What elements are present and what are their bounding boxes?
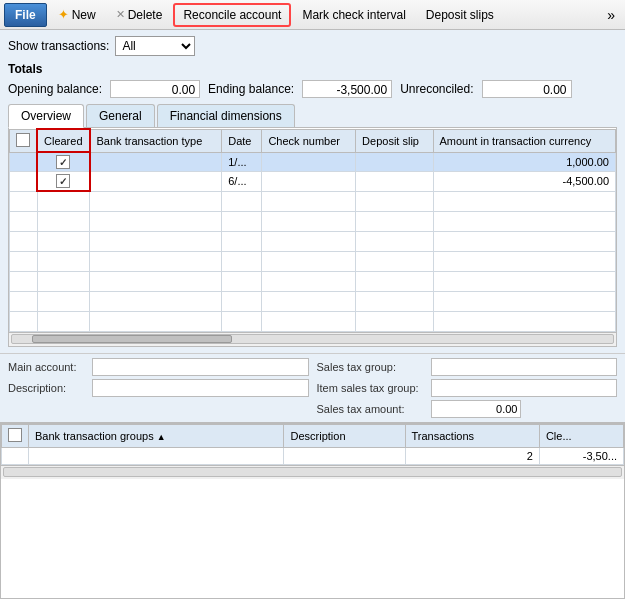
main-account-label: Main account: (8, 361, 88, 373)
bottom-bank-transaction-groups-header: Bank transaction groups ▲ (29, 424, 284, 447)
cleared-checkbox-2[interactable] (56, 174, 70, 188)
description-row: Description: (8, 379, 309, 397)
bottom-select-all-checkbox[interactable] (8, 428, 22, 442)
cleared-cell (37, 172, 90, 192)
check-number-cell (262, 172, 356, 192)
totals-title: Totals (8, 62, 617, 76)
table-row-empty (10, 191, 616, 211)
ending-balance-value: -3,500.00 (302, 80, 392, 98)
bottom-transactions-header: Transactions (405, 424, 539, 447)
cleared-checkbox-1[interactable] (56, 155, 70, 169)
tab-overview[interactable]: Overview (8, 104, 84, 128)
select-all-header (10, 129, 38, 152)
table-row[interactable]: 6/... -4,500.00 (10, 172, 616, 192)
date-cell: 1/... (222, 152, 262, 172)
bottom-table-section: Bank transaction groups ▲ Description Tr… (0, 423, 625, 600)
bottom-cleared-cell: -3,50... (539, 447, 623, 464)
deposit-slip-cell (356, 172, 433, 192)
ending-balance-label: Ending balance: (208, 82, 294, 96)
date-header: Date (222, 129, 262, 152)
cleared-cell (37, 152, 90, 172)
amount-header: Amount in transaction currency (433, 129, 616, 152)
amount-cell: 1,000.00 (433, 152, 616, 172)
delete-icon: ✕ (116, 8, 125, 21)
item-sales-tax-group-label: Item sales tax group: (317, 382, 427, 394)
row-selector (10, 152, 38, 172)
scrollbar-thumb (32, 335, 232, 343)
bottom-scrollbar-track (3, 467, 622, 477)
tab-general[interactable]: General (86, 104, 155, 127)
deposit-slip-header: Deposit slip (356, 129, 433, 152)
sales-tax-group-row: Sales tax group: (317, 358, 618, 376)
description-label: Description: (8, 382, 88, 394)
show-transactions-dropdown[interactable]: All (115, 36, 195, 56)
sales-tax-group-input[interactable] (431, 358, 618, 376)
select-all-checkbox[interactable] (16, 133, 30, 147)
table-row-empty (10, 231, 616, 251)
opening-balance-label: Opening balance: (8, 82, 102, 96)
totals-section: Totals Opening balance: 0.00 Ending bala… (8, 62, 617, 98)
item-sales-tax-group-row: Item sales tax group: (317, 379, 618, 397)
details-grid: Main account: Sales tax group: Descripti… (8, 358, 617, 418)
main-account-input[interactable] (92, 358, 309, 376)
reconcile-account-button[interactable]: Reconcile account (173, 3, 291, 27)
table-row-empty (10, 271, 616, 291)
main-account-row: Main account: (8, 358, 309, 376)
deposit-slips-button[interactable]: Deposit slips (417, 3, 503, 27)
mark-check-interval-button[interactable]: Mark check interval (293, 3, 414, 27)
main-table: Cleared Bank transaction type Date Check… (9, 128, 616, 332)
unreconciled-value: 0.00 (482, 80, 572, 98)
bottom-table: Bank transaction groups ▲ Description Tr… (1, 424, 624, 465)
table-row-empty (10, 291, 616, 311)
bottom-select-all-header (2, 424, 29, 447)
totals-row: Opening balance: 0.00 Ending balance: -3… (8, 80, 617, 98)
table-row-empty (10, 211, 616, 231)
table-row[interactable]: 1/... 1,000.00 (10, 152, 616, 172)
bottom-cleared-header: Cle... (539, 424, 623, 447)
bottom-transactions-cell: 2 (405, 447, 539, 464)
bottom-description-header: Description (284, 424, 405, 447)
amount-cell: -4,500.00 (433, 172, 616, 192)
row-selector (10, 172, 38, 192)
sales-tax-amount-label: Sales tax amount: (317, 403, 427, 415)
show-transactions-label: Show transactions: (8, 39, 109, 53)
description-input[interactable] (92, 379, 309, 397)
sales-tax-amount-row: Sales tax amount: (317, 400, 618, 418)
toolbar: File ✦ New ✕ Delete Reconcile account Ma… (0, 0, 625, 30)
main-table-wrapper: Cleared Bank transaction type Date Check… (8, 128, 617, 347)
bottom-description-cell (284, 447, 405, 464)
table-row-empty (10, 251, 616, 271)
opening-balance-value: 0.00 (110, 80, 200, 98)
file-button[interactable]: File (4, 3, 47, 27)
check-number-header: Check number (262, 129, 356, 152)
bottom-bank-transaction-groups-cell (29, 447, 284, 464)
bank-transaction-type-cell (90, 172, 222, 192)
details-section: Main account: Sales tax group: Descripti… (0, 354, 625, 423)
unreconciled-label: Unreconciled: (400, 82, 473, 96)
bank-transaction-type-cell (90, 152, 222, 172)
sales-tax-amount-input[interactable] (431, 400, 521, 418)
scrollbar-track (11, 334, 614, 344)
tab-financial-dimensions[interactable]: Financial dimensions (157, 104, 295, 127)
bottom-scrollbar[interactable] (1, 465, 624, 479)
new-icon: ✦ (58, 7, 69, 22)
deposit-slip-cell (356, 152, 433, 172)
sales-tax-group-label: Sales tax group: (317, 361, 427, 373)
bottom-row-selector (2, 447, 29, 464)
show-transactions-row: Show transactions: All (8, 36, 617, 56)
bottom-table-row[interactable]: 2 -3,50... (2, 447, 624, 464)
delete-button[interactable]: ✕ Delete (107, 3, 172, 27)
tabs-container: Overview General Financial dimensions (8, 104, 617, 128)
new-button[interactable]: ✦ New (49, 3, 105, 27)
toolbar-more-button[interactable]: » (601, 5, 621, 25)
date-cell: 6/... (222, 172, 262, 192)
item-sales-tax-group-input[interactable] (431, 379, 618, 397)
table-scrollbar[interactable] (9, 332, 616, 346)
table-row-empty (10, 311, 616, 331)
bank-transaction-type-header: Bank transaction type (90, 129, 222, 152)
cleared-column-header: Cleared (37, 129, 90, 152)
sort-icon: ▲ (157, 432, 166, 442)
main-content: Show transactions: All Totals Opening ba… (0, 30, 625, 354)
check-number-cell (262, 152, 356, 172)
